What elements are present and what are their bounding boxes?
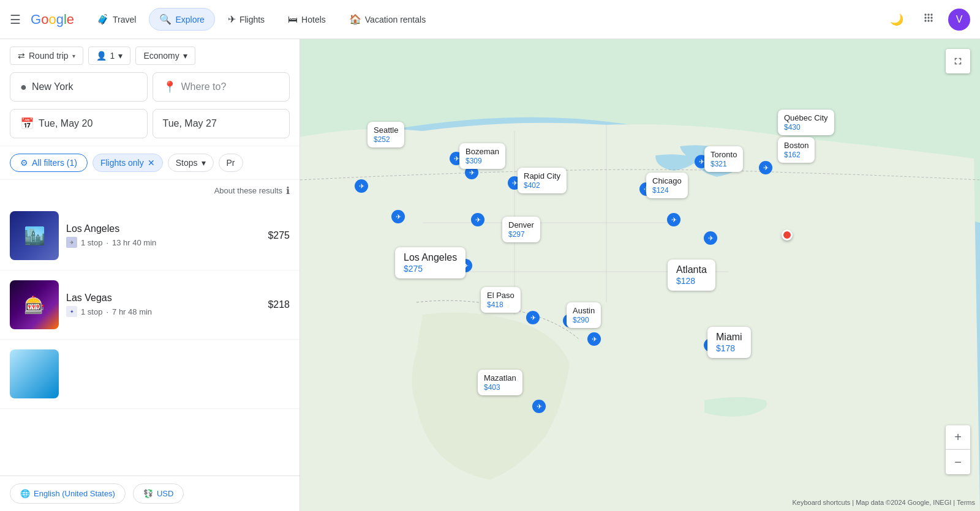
price-label[interactable]: Rapid City$402 bbox=[518, 168, 567, 193]
price-label[interactable]: Québec City$430 bbox=[778, 110, 834, 135]
class-button[interactable]: Economy ▾ bbox=[135, 47, 195, 65]
travel-icon: 🧳 bbox=[97, 13, 109, 25]
origin-pin bbox=[782, 229, 793, 241]
price-label-city: Los Angeles bbox=[404, 252, 457, 263]
dark-mode-button[interactable]: 🌙 bbox=[884, 7, 909, 32]
flight-info-la: Los Angeles ✈ 1 stop · 13 hr 40 min bbox=[66, 223, 260, 248]
price-label-city: Québec City bbox=[784, 113, 828, 122]
price-label-price: $162 bbox=[784, 151, 801, 159]
results-info: About these results ℹ bbox=[0, 180, 300, 201]
swap-icon: ⇄ bbox=[18, 51, 25, 61]
price-label[interactable]: El Paso$418 bbox=[481, 287, 521, 313]
flight-card-la[interactable]: Los Angeles ✈ 1 stop · 13 hr 40 min $275 bbox=[0, 201, 300, 270]
tab-flights[interactable]: ✈ Flights bbox=[217, 8, 275, 31]
destination-input[interactable]: 📍 bbox=[153, 72, 290, 102]
trip-type-button[interactable]: ⇄ Round trip ▾ bbox=[10, 47, 83, 65]
price-label-price: $430 bbox=[784, 123, 801, 132]
origin-icon: ● bbox=[20, 81, 27, 94]
price-label-city: Denver bbox=[508, 220, 534, 229]
map-dot[interactable] bbox=[532, 400, 546, 413]
map-dot[interactable] bbox=[587, 332, 601, 346]
depart-date-input[interactable]: 📅 Tue, May 20 bbox=[10, 109, 148, 138]
price-label-city: Austin bbox=[573, 306, 595, 315]
map-dot[interactable] bbox=[471, 213, 484, 226]
price-label[interactable]: Chicago$124 bbox=[646, 173, 688, 198]
flight-price-la: $275 bbox=[268, 230, 290, 241]
trip-type-label: Round trip bbox=[29, 51, 69, 61]
header-right: 🌙 V bbox=[884, 7, 970, 32]
origin-input[interactable]: ● bbox=[10, 72, 148, 102]
passengers-arrow: ▾ bbox=[118, 51, 123, 61]
price-label-price: $403 bbox=[484, 383, 500, 392]
price-label[interactable]: Los Angeles$275 bbox=[395, 247, 466, 278]
language-icon: 🌐 bbox=[20, 489, 30, 498]
price-label[interactable]: Miami$178 bbox=[707, 327, 751, 358]
stops-arrow: ▾ bbox=[202, 158, 206, 168]
price-label-price: $178 bbox=[716, 343, 735, 353]
currency-icon: 💱 bbox=[143, 489, 153, 498]
price-label-city: Boston bbox=[784, 141, 809, 150]
map-dot[interactable] bbox=[759, 161, 772, 174]
price-label-city: Seattle bbox=[374, 125, 398, 135]
price-label[interactable]: Mazatlan$403 bbox=[478, 370, 522, 395]
flight-city-la: Los Angeles bbox=[66, 223, 260, 234]
flight-stops-la: 1 stop bbox=[81, 238, 102, 247]
info-icon[interactable]: ℹ bbox=[286, 185, 290, 196]
price-label-city: Atlanta bbox=[676, 264, 707, 275]
price-label[interactable]: Toronto$321 bbox=[704, 146, 743, 172]
tab-hotels[interactable]: 🛏 Hotels bbox=[277, 9, 336, 31]
flight-stops-lv: 1 stop bbox=[81, 307, 102, 316]
price-label-price: $290 bbox=[573, 316, 589, 324]
tab-flights-label: Flights bbox=[239, 15, 265, 24]
destination-field[interactable] bbox=[181, 81, 280, 92]
flights-only-chip[interactable]: Flights only ✕ bbox=[92, 154, 163, 172]
map-dot[interactable] bbox=[391, 210, 405, 223]
all-filters-button[interactable]: ⚙ All filters (1) bbox=[10, 154, 88, 172]
airline-logo-lv: ✦ bbox=[66, 306, 77, 317]
currency-label: USD bbox=[157, 489, 173, 498]
price-label[interactable]: Seattle$252 bbox=[368, 122, 404, 147]
fullscreen-button[interactable] bbox=[946, 49, 970, 73]
language-button[interactable]: 🌐 English (United States) bbox=[10, 483, 126, 504]
origin-field[interactable] bbox=[32, 81, 137, 92]
return-date-input[interactable]: Tue, May 27 bbox=[153, 109, 290, 138]
more-filters-button[interactable]: Pr bbox=[219, 154, 243, 172]
menu-icon[interactable]: ☰ bbox=[10, 12, 21, 27]
price-label[interactable]: Atlanta$128 bbox=[668, 259, 715, 291]
map-dot[interactable] bbox=[355, 179, 368, 193]
flights-only-label: Flights only bbox=[100, 158, 144, 168]
tab-explore[interactable]: 🔍 Explore bbox=[149, 8, 214, 31]
price-label[interactable]: Denver$297 bbox=[502, 217, 540, 242]
tab-hotels-label: Hotels bbox=[301, 15, 326, 24]
tab-vacation[interactable]: 🏠 Vacation rentals bbox=[339, 8, 436, 31]
google-logo: Google bbox=[31, 12, 74, 28]
price-label-price: $402 bbox=[524, 181, 540, 190]
flight-card-lv[interactable]: Las Vegas ✦ 1 stop · 7 hr 48 min $218 bbox=[0, 270, 300, 340]
map-dot[interactable] bbox=[667, 213, 680, 226]
passengers-button[interactable]: 👤 1 ▾ bbox=[88, 47, 131, 65]
tab-travel[interactable]: 🧳 Travel bbox=[86, 8, 146, 31]
flights-only-close-icon[interactable]: ✕ bbox=[148, 158, 155, 168]
flight-card-3[interactable] bbox=[0, 340, 300, 409]
currency-button[interactable]: 💱 USD bbox=[133, 483, 184, 504]
zoom-out-button[interactable]: − bbox=[946, 450, 970, 474]
avatar[interactable]: V bbox=[948, 9, 970, 31]
flight-info-lv: Las Vegas ✦ 1 stop · 7 hr 48 min bbox=[66, 293, 260, 317]
hotels-icon: 🛏 bbox=[288, 14, 298, 25]
map-dot[interactable] bbox=[704, 231, 717, 245]
price-label[interactable]: Boston$162 bbox=[778, 137, 815, 163]
map-dot[interactable] bbox=[526, 311, 540, 324]
zoom-in-button[interactable]: + bbox=[946, 425, 970, 450]
flight-thumbnail-lv bbox=[10, 280, 59, 329]
stops-label: Stops bbox=[176, 158, 198, 168]
price-label-city: Mazatlan bbox=[484, 373, 516, 382]
person-icon: 👤 bbox=[96, 51, 107, 61]
class-label: Economy bbox=[143, 51, 179, 61]
apps-button[interactable] bbox=[916, 7, 941, 32]
price-label-price: $124 bbox=[652, 186, 669, 195]
flight-thumbnail-la bbox=[10, 211, 59, 260]
stops-button[interactable]: Stops ▾ bbox=[168, 154, 214, 172]
tab-explore-label: Explore bbox=[175, 15, 204, 24]
price-label[interactable]: Austin$290 bbox=[567, 302, 601, 328]
price-label[interactable]: Bozeman$309 bbox=[459, 143, 505, 169]
